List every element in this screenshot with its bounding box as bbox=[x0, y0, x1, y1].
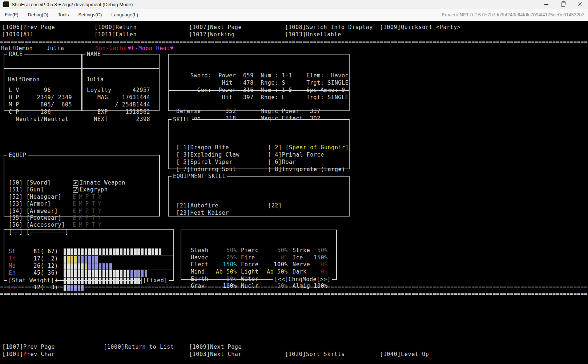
equipment-skill-item[interactable]: [23]Heat Kaiser bbox=[176, 209, 268, 217]
equipment-skill-item bbox=[268, 209, 349, 217]
bar-segment bbox=[106, 263, 108, 270]
nav-button-1001-prev-char[interactable]: [1001]Prev Char bbox=[2, 351, 55, 357]
equip-item-name: EMPTY bbox=[73, 201, 105, 207]
equip-row[interactable]: [56] [Accessory]EMPTY bbox=[9, 222, 159, 228]
bar-segment bbox=[109, 270, 112, 277]
bar-segment bbox=[92, 248, 94, 255]
equip-row[interactable]: [54] [Armwear]EMPTY bbox=[9, 208, 159, 215]
nav-button-1000-return[interactable]: [1000]Return bbox=[94, 24, 137, 31]
menu-item-debug-d[interactable]: Debug(D) bbox=[23, 12, 53, 17]
nav-button-1020-sort-skills[interactable]: [1020]Sort Skills bbox=[285, 351, 345, 357]
resistance-row: Slash50%Pierc50%Strke50% bbox=[191, 247, 336, 254]
nav-button-1003-next-char[interactable]: [1003]Next Char bbox=[189, 351, 242, 357]
bar-segment bbox=[88, 248, 91, 255]
equip-row[interactable]: [52] [Headgear]EMPTY bbox=[9, 194, 159, 201]
menu-item-language-l[interactable]: Language(L) bbox=[106, 12, 143, 17]
maximize-button[interactable] bbox=[555, 0, 571, 9]
equipment-skill-item[interactable]: [22] bbox=[268, 202, 349, 209]
game-area: [1006]Prev Page[1000]Return[1007]Next Pa… bbox=[0, 21, 588, 364]
stat-row: St81( 67) bbox=[9, 248, 173, 255]
bar-segment bbox=[85, 270, 87, 277]
close-button[interactable] bbox=[571, 0, 588, 9]
nav-button-1040-level-up[interactable]: [1040]Level Up bbox=[380, 351, 429, 357]
bar-segment bbox=[99, 248, 101, 255]
bar-segment bbox=[74, 248, 77, 255]
stat-row: Ma26( 12) bbox=[9, 263, 173, 270]
app-icon: era bbox=[3, 1, 9, 7]
equip-item-name: EMPTY bbox=[73, 194, 105, 201]
stat-bars bbox=[64, 248, 173, 255]
equip-row[interactable]: [51] [Gun]Exagryph bbox=[9, 186, 159, 193]
nav-button-1013-unsellable[interactable]: [1013]Unsellable bbox=[285, 31, 341, 38]
equip-slot-label: [51] [Gun] bbox=[9, 186, 73, 193]
skill-item[interactable]: [ 3]Exploding Claw bbox=[176, 151, 268, 158]
bar-segment bbox=[64, 256, 66, 263]
menu-item-tools[interactable]: Tools bbox=[53, 12, 73, 17]
nav-button-1010-all[interactable]: [1010]All bbox=[2, 31, 34, 38]
separator-line: ========================================… bbox=[0, 283, 588, 290]
menu-item-settings-c[interactable]: Settings(C) bbox=[73, 12, 106, 17]
bar-segment bbox=[95, 248, 98, 255]
equip-item-name: EMPTY bbox=[73, 208, 105, 215]
equip-row[interactable]: [50] [Sword]Innate Weapon bbox=[9, 179, 159, 186]
skill-item[interactable]: [ 4]Primal Force bbox=[268, 151, 349, 158]
nav-button-1007-prev-page[interactable]: [1007]Prev Page bbox=[2, 344, 55, 350]
bar-segment bbox=[141, 248, 144, 255]
nav-button-1008-switch-info-display[interactable]: [1008]Switch Info Display bbox=[285, 24, 373, 31]
equip-row[interactable]: [53] [Armor]EMPTY bbox=[9, 201, 159, 207]
text-line: NEXT 2398 bbox=[87, 116, 159, 123]
nav-button-1012-working[interactable]: [1012]Working bbox=[189, 31, 235, 38]
bar-segment bbox=[85, 256, 87, 263]
top-nav-row-2: [1010]All[1011]Fallen[1012]Working[1013]… bbox=[0, 31, 588, 39]
bar-segment bbox=[109, 248, 112, 255]
bar-segment bbox=[116, 248, 119, 255]
menu-item-file-f[interactable]: File(F) bbox=[0, 12, 23, 17]
stat-label: En bbox=[9, 270, 22, 277]
stat-label: St bbox=[9, 248, 22, 255]
bar-segment bbox=[145, 248, 147, 255]
skill-box-label: SKILL bbox=[172, 116, 192, 123]
equip-box: EQUIP [50] [Sword]Innate Weapon[51] [Gun… bbox=[4, 155, 160, 217]
equip-item-name: EMPTY bbox=[73, 215, 105, 222]
skill-item[interactable]: [ 5]Spiral Viper bbox=[176, 158, 268, 166]
equip-row[interactable]: [55] [Footwear]EMPTY bbox=[9, 215, 159, 222]
bar-segment bbox=[152, 248, 154, 255]
nav-button-1000-return-to-list[interactable]: [1000]Return to List bbox=[104, 344, 174, 350]
nav-button-1007-next-page[interactable]: [1007]Next Page bbox=[189, 24, 242, 31]
separator-line: ========================================… bbox=[0, 39, 588, 45]
nav-button-1006-prev-page[interactable]: [1006]Prev Page bbox=[2, 24, 55, 31]
nav-button-1009-quicksort-party[interactable]: [1009]Quicksort <Party> bbox=[380, 24, 461, 31]
bar-segment bbox=[92, 270, 94, 277]
skill-item[interactable]: [ 6]Roar bbox=[268, 158, 349, 166]
weapon-box: Sword: Power 659 Num : 1-1 Elem: Havoc H… bbox=[168, 54, 350, 91]
nav-button-1009-next-page[interactable]: [1009]Next Page bbox=[189, 344, 242, 350]
bar-segment bbox=[78, 256, 80, 263]
text-line: M P 605/ 605 bbox=[9, 101, 81, 108]
resistance-name: Light bbox=[237, 268, 262, 276]
nav-button-1011-fallen[interactable]: [1011]Fallen bbox=[94, 31, 137, 38]
race-box: RACE HalfDemon bbox=[4, 54, 82, 69]
engine-version: Emuera.NET 0.2.6.0+7b7dd3bf240eff4fdfc70… bbox=[442, 12, 588, 17]
bar-segment bbox=[116, 270, 119, 277]
bar-segment bbox=[64, 270, 66, 277]
scimitar-icon bbox=[73, 180, 80, 186]
change-mode-button[interactable]: [<<]ChngMode[>>] bbox=[273, 276, 332, 283]
skill-item[interactable]: [ 1]Dragon Bite bbox=[176, 144, 268, 151]
bar-segment bbox=[159, 248, 161, 255]
equipment-skill-box: EQUIPMENT SKILL [21]Autofire[22][23]Heat… bbox=[168, 176, 350, 217]
minimize-button[interactable] bbox=[538, 0, 555, 9]
skill-item[interactable]: [ 7]Enduring Soul bbox=[176, 166, 268, 173]
equip-item-name: EMPTY bbox=[73, 222, 105, 228]
bar-segment bbox=[64, 263, 66, 270]
text-line: L V 96 bbox=[9, 86, 81, 94]
skill-item[interactable]: [ 2] [Spear of Gungnir] bbox=[268, 144, 349, 151]
bar-segment bbox=[95, 256, 98, 263]
skill-item[interactable]: [ 8]Invigorate (Large) bbox=[268, 166, 349, 173]
resistance-name: Elect bbox=[191, 261, 210, 268]
equip-slot-label: [52] [Headgear] bbox=[9, 194, 73, 201]
resistance-row: Elect150%Force100%Nerve0% bbox=[191, 261, 336, 268]
bar-segment bbox=[81, 256, 84, 263]
equipment-skill-item[interactable]: [21]Autofire bbox=[176, 202, 268, 209]
bar-segment bbox=[127, 270, 129, 277]
resistance-name: Slash bbox=[191, 247, 210, 254]
